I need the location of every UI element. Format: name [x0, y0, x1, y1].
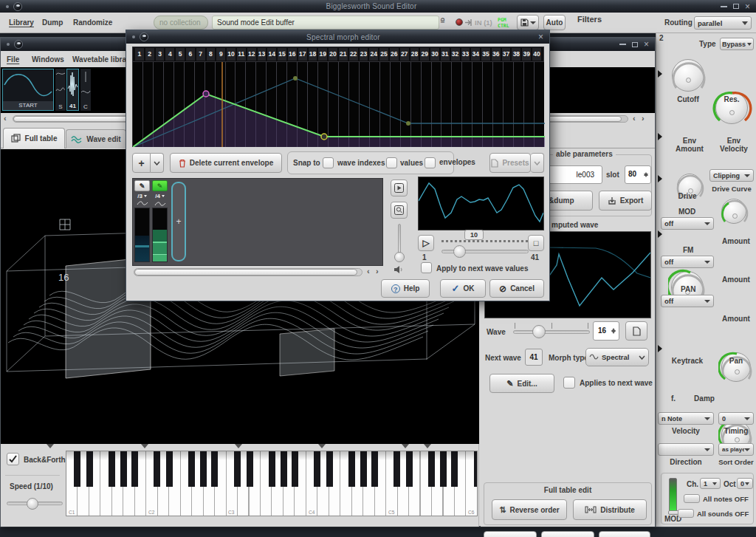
wave-number-cell[interactable]: 13 [258, 48, 267, 61]
velocity-dropdown[interactable]: n Note [658, 412, 714, 425]
menu-file[interactable]: File [7, 55, 19, 64]
menu-library[interactable]: Library [9, 18, 34, 27]
mod-wheel-fader[interactable] [669, 478, 677, 513]
tab-full-table[interactable]: Full table [3, 128, 65, 148]
redo-button[interactable]: ↻ [541, 531, 594, 537]
wave-number-cell[interactable]: 2 [145, 48, 154, 61]
wave-page-button[interactable] [625, 321, 647, 341]
speaker-icon[interactable] [394, 265, 404, 274]
close-button[interactable]: × [644, 41, 649, 47]
envelope-item-1[interactable]: ✎ /3 [134, 180, 150, 264]
wave-number-cell[interactable]: 8 [207, 48, 216, 61]
spin-down-icon[interactable] [611, 330, 616, 336]
snap-values-checkbox[interactable] [386, 157, 397, 168]
spin-down-icon[interactable] [644, 174, 648, 179]
volume-slider[interactable] [396, 224, 402, 262]
snap-wave-indexes-checkbox[interactable] [323, 157, 334, 168]
presets-dropdown[interactable] [531, 153, 544, 173]
mod-slot-chevron-icon[interactable] [658, 175, 666, 182]
minimize-button[interactable] [721, 6, 727, 7]
wave-number-cell[interactable]: 31 [441, 48, 450, 61]
ok-button[interactable]: ✓ OK [440, 279, 486, 298]
tab-wave-edit[interactable]: Wave edit [66, 129, 126, 148]
maximize-button[interactable] [632, 42, 638, 47]
thumbnail-c[interactable]: C [80, 69, 91, 111]
wave-number-cell[interactable]: 28 [410, 48, 419, 61]
envelope-play-button[interactable] [391, 179, 408, 196]
save-dump-split-button[interactable] [517, 15, 539, 30]
timing-dropdown[interactable]: 0 [718, 412, 754, 425]
mod-slot-chevron-icon[interactable] [658, 70, 666, 78]
delete-envelope-button[interactable]: Delete current envelope [170, 153, 282, 173]
wave-number-cell[interactable]: 10 [227, 48, 236, 61]
envelope-item-2[interactable]: ✎ /4 [152, 180, 168, 264]
wave-number-cell[interactable]: 30 [430, 48, 439, 61]
wave-number-cell[interactable]: 15 [278, 48, 286, 61]
all-sounds-off-button[interactable] [678, 509, 694, 518]
envelope-1-edit-button[interactable]: ✎ [134, 180, 150, 191]
reverse-order-button[interactable]: ⇅ Reverse order [492, 499, 567, 520]
wave-number-cell[interactable]: 24 [369, 48, 378, 61]
edit-morph-button[interactable]: ✎ Edit... [489, 374, 554, 393]
history-button[interactable]: ◷ [599, 531, 650, 537]
wave-number-cell[interactable]: 3 [156, 48, 165, 61]
filter-type-dropdown[interactable]: Bypass [720, 38, 754, 50]
wave-spinbox[interactable]: 16 [593, 321, 619, 341]
wave-number-cell[interactable]: 27 [400, 48, 409, 61]
wave-number-cell[interactable]: 19 [318, 48, 327, 61]
scroll-right-icon[interactable]: › [376, 267, 379, 276]
snap-envelopes-checkbox[interactable] [425, 157, 436, 168]
thumbnail-41-selected[interactable]: 41 [66, 69, 79, 111]
menu-randomize[interactable]: Randomize [73, 18, 112, 27]
wave-number-cell[interactable]: 9 [216, 48, 225, 61]
add-envelope-slot-button[interactable]: + [171, 182, 186, 261]
wave-number-cell[interactable]: 6 [186, 48, 195, 61]
direction-dropdown[interactable] [658, 443, 714, 456]
scroll-right-icon[interactable]: › [642, 114, 645, 123]
wave-number-cell[interactable]: 22 [349, 48, 358, 61]
menu-wavetable-library[interactable]: Wavetable library [72, 55, 133, 64]
cutoff-knob[interactable] [672, 59, 704, 92]
wave-number-cell[interactable]: 26 [390, 48, 399, 61]
wave-number-cell[interactable]: 34 [471, 48, 480, 61]
envelope-1-color-strip[interactable] [134, 208, 150, 262]
midi-channel-dropdown[interactable]: 1 [700, 478, 721, 489]
applies-next-wave-checkbox[interactable] [563, 377, 575, 389]
export-button[interactable]: Export [599, 191, 652, 211]
wave-number-cell[interactable]: 36 [492, 48, 501, 61]
mod-source-dropdown[interactable]: off [661, 217, 714, 230]
minimize-button[interactable] [619, 44, 626, 45]
envelope-2-edit-button[interactable]: ✎ [152, 180, 168, 191]
apply-next-wave-checkbox[interactable] [421, 262, 432, 273]
close-button[interactable]: × [538, 34, 543, 40]
maximize-button[interactable] [733, 4, 739, 9]
wave-number-cell[interactable]: 7 [196, 48, 205, 61]
wave-number-cell[interactable]: 12 [247, 48, 256, 61]
help-button[interactable]: ? Help [381, 279, 430, 298]
wave-number-cell[interactable]: 32 [451, 48, 460, 61]
slot-spinbox[interactable]: 80 [625, 165, 651, 184]
wave-number-cell[interactable]: 18 [309, 48, 317, 61]
wave-number-strip[interactable]: 1234567891011121314151617181920212223242… [132, 47, 544, 62]
wave-number-cell[interactable]: 23 [360, 48, 368, 61]
wave-number-cell[interactable]: 38 [512, 48, 520, 61]
collection-field[interactable]: no collection [154, 16, 208, 30]
add-envelope-button[interactable]: + [132, 153, 151, 173]
wave-slider[interactable] [513, 323, 590, 339]
routing-dropdown[interactable]: parallel [694, 16, 752, 30]
distribute-button[interactable]: Distribute [573, 499, 647, 520]
menu-windows[interactable]: Windows [32, 55, 64, 64]
morph-type-dropdown[interactable]: Spectral [585, 348, 649, 366]
wave-number-cell[interactable]: 29 [420, 48, 429, 61]
wave-number-cell[interactable]: 4 [165, 48, 174, 61]
envelope-zoom-button[interactable] [391, 202, 408, 219]
marker-chevron-icon[interactable] [47, 444, 54, 452]
wave-number-cell[interactable]: 17 [298, 48, 307, 61]
add-envelope-dropdown[interactable] [151, 153, 164, 173]
octave-dropdown[interactable]: 0 [737, 478, 753, 489]
preview-play-button[interactable]: ▷ [418, 235, 434, 251]
envelope-2-color-strip[interactable] [152, 208, 168, 262]
menu-dump[interactable]: Dump [42, 18, 63, 27]
wave-number-cell[interactable]: 5 [176, 48, 185, 61]
scroll-left-icon[interactable]: ‹ [633, 114, 636, 123]
